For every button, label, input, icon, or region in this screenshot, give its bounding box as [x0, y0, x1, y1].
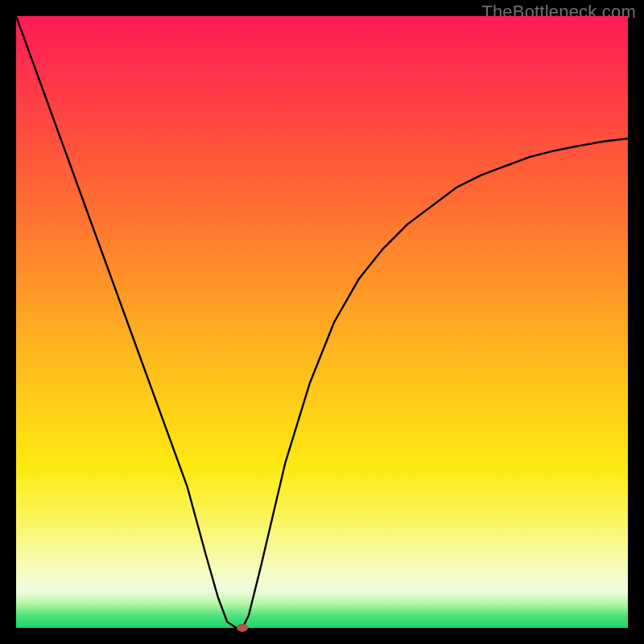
curve-svg — [16, 16, 628, 628]
plot-area — [16, 16, 628, 628]
min-point-marker — [237, 624, 248, 632]
bottleneck-curve — [16, 16, 628, 628]
